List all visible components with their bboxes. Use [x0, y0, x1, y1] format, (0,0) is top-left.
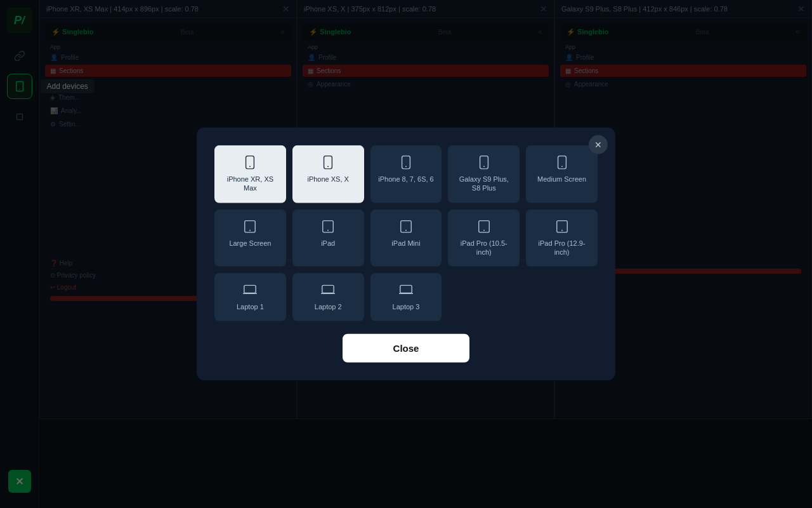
device-option-label: Medium Screen	[537, 175, 586, 184]
device-option-iphone-xs-x[interactable]: iPhone XS, X	[292, 145, 364, 203]
device-option-laptop-2[interactable]: Laptop 2	[292, 273, 364, 321]
device-option-label: Laptop 2	[315, 302, 342, 311]
device-option-iphone-xr-xs-max[interactable]: iPhone XR, XS Max	[214, 145, 286, 203]
modal-close-main-button[interactable]: Close	[343, 334, 469, 363]
svg-rect-23	[244, 286, 256, 293]
svg-point-12	[561, 166, 563, 167]
tablet-icon	[243, 219, 257, 233]
ipad-mini-label: iPad Mini	[391, 238, 420, 247]
svg-rect-25	[400, 286, 412, 293]
device-option-galaxy-s9[interactable]: Galaxy S9 Plus, S8 Plus	[448, 145, 520, 203]
device-option-laptop-3[interactable]: Laptop 3	[370, 273, 442, 321]
device-option-label: Large Screen	[229, 238, 271, 247]
device-option-label: iPad	[321, 238, 335, 247]
phone-icon	[243, 156, 257, 170]
phone-icon	[399, 156, 413, 170]
svg-point-6	[327, 166, 329, 167]
device-option-label: iPhone XS, X	[307, 175, 348, 184]
device-option-medium-screen[interactable]: Medium Screen	[526, 145, 598, 203]
svg-point-4	[249, 166, 251, 167]
tablet-icon	[555, 219, 569, 233]
modal-close-button[interactable]: ✕	[589, 135, 608, 154]
device-option-ipad-mini[interactable]: iPad Mini	[370, 209, 442, 267]
device-option-label: Laptop 3	[393, 302, 420, 311]
device-option-large-screen[interactable]: Large Screen	[214, 209, 286, 267]
device-option-laptop-1[interactable]: Laptop 1	[214, 273, 286, 321]
device-option-label: iPhone 8, 7, 6S, 6	[378, 175, 433, 184]
phone-icon	[555, 156, 569, 170]
svg-rect-24	[322, 286, 334, 293]
device-options-grid: iPhone XR, XS Max iPhone XS, X iPhone 8,…	[214, 145, 598, 321]
device-option-ipad[interactable]: iPad	[292, 209, 364, 267]
device-option-label: iPad Pro (10.5-inch)	[454, 238, 513, 257]
tablet-icon	[321, 219, 335, 233]
laptop-icon	[321, 283, 335, 297]
svg-point-8	[405, 166, 407, 167]
svg-point-16	[327, 229, 329, 231]
device-option-label: iPhone XR, XS Max	[221, 175, 280, 193]
svg-point-22	[561, 229, 563, 231]
tablet-icon	[477, 219, 491, 233]
svg-point-14	[249, 229, 251, 231]
device-picker-modal: ✕ iPhone XR, XS Max iPhone XS, X iPhone …	[197, 128, 615, 380]
laptop-icon	[243, 283, 257, 297]
laptop-icon	[399, 283, 413, 297]
svg-point-10	[483, 166, 485, 167]
svg-point-20	[483, 229, 485, 231]
phone-icon	[477, 156, 491, 170]
device-option-ipad-pro-10[interactable]: iPad Pro (10.5-inch)	[448, 209, 520, 267]
device-option-ipad-pro-12[interactable]: iPad Pro (12.9-inch)	[526, 209, 598, 267]
close-button-row: Close	[214, 334, 598, 363]
tablet-icon	[399, 219, 413, 233]
device-option-iphone-8[interactable]: iPhone 8, 7, 6S, 6	[370, 145, 442, 203]
device-option-label: iPad Pro (12.9-inch)	[532, 238, 591, 257]
phone-icon	[321, 156, 335, 170]
svg-point-18	[405, 229, 407, 231]
device-option-label: Laptop 1	[237, 302, 264, 311]
device-option-label: Galaxy S9 Plus, S8 Plus	[454, 175, 513, 193]
